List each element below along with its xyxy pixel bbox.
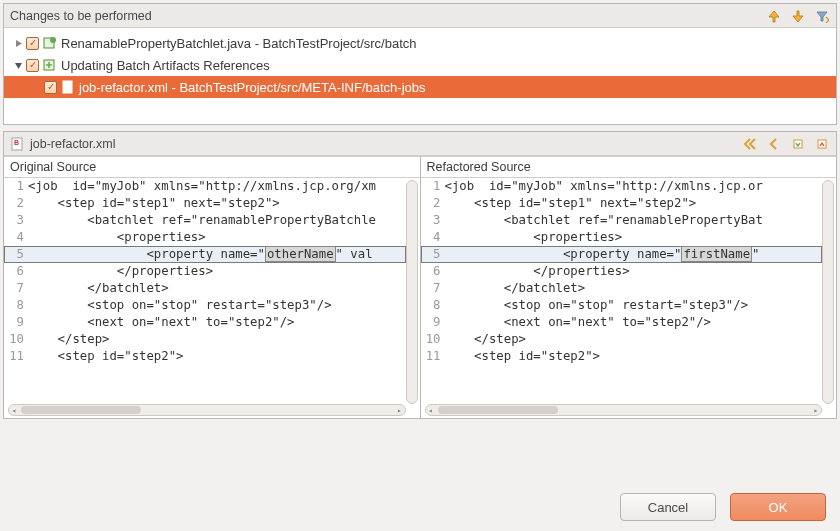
diff-highlight: otherName <box>265 246 336 262</box>
compare-header: B job-refactor.xml <box>4 132 836 156</box>
compare-prev-diff-icon[interactable] <box>814 136 830 152</box>
code-line: 1<job id="myJob" xmlns="http://xmlns.jcp… <box>421 178 823 195</box>
tree-row[interactable]: job-refactor.xml - BatchTestProject/src/… <box>4 76 836 98</box>
line-number: 2 <box>4 195 24 212</box>
compare-body: Original Source 1<job id="myJob" xmlns="… <box>4 156 836 418</box>
line-number: 7 <box>4 280 24 297</box>
code-line: 11 <step id="step2"> <box>421 348 823 365</box>
line-number: 11 <box>4 348 24 365</box>
xml-file-icon <box>60 79 76 95</box>
ok-button[interactable]: OK <box>730 493 826 521</box>
line-number: 1 <box>4 178 24 195</box>
tree-spacer <box>31 82 41 92</box>
code-line: 8 <stop on="stop" restart="step3"/> <box>421 297 823 314</box>
code-line: 11 <step id="step2"> <box>4 348 406 365</box>
scrollbar-thumb[interactable] <box>438 406 558 414</box>
tree-expander-icon[interactable] <box>13 38 23 48</box>
refactored-code[interactable]: 1<job id="myJob" xmlns="http://xmlns.jcp… <box>421 178 837 418</box>
diff-highlight: firstName <box>681 246 752 262</box>
compare-panel: B job-refactor.xml Original Source 1<job… <box>3 131 837 419</box>
filter-changes-icon[interactable] <box>814 8 830 24</box>
tree-item-label: Updating Batch Artifacts References <box>61 58 270 73</box>
code-line: 6 </properties> <box>4 263 406 280</box>
line-number: 5 <box>421 246 441 263</box>
copy-left-icon[interactable] <box>766 136 782 152</box>
line-number: 9 <box>4 314 24 331</box>
compare-next-diff-icon[interactable] <box>790 136 806 152</box>
code-line: 2 <step id="step1" next="step2"> <box>4 195 406 212</box>
vertical-scrollbar[interactable] <box>406 180 418 404</box>
prev-change-icon[interactable] <box>790 8 806 24</box>
changes-tree[interactable]: RenamablePropertyBatchlet.java - BatchTe… <box>4 28 836 102</box>
horizontal-scrollbar[interactable]: ◂▸ <box>8 404 406 416</box>
changes-panel: Changes to be performed RenamablePropert… <box>3 3 837 125</box>
line-number: 10 <box>421 331 441 348</box>
line-number: 4 <box>4 229 24 246</box>
tree-expander-icon[interactable] <box>13 60 23 70</box>
refs-change-icon <box>42 57 58 73</box>
next-change-icon[interactable] <box>766 8 782 24</box>
cancel-button[interactable]: Cancel <box>620 493 716 521</box>
refactored-source-title: Refactored Source <box>421 157 837 178</box>
scrollbar-thumb[interactable] <box>21 406 141 414</box>
line-number: 3 <box>421 212 441 229</box>
tree-row[interactable]: Updating Batch Artifacts References <box>4 54 836 76</box>
line-number: 8 <box>421 297 441 314</box>
code-line: 8 <stop on="stop" restart="step3"/> <box>4 297 406 314</box>
refactored-source-pane: Refactored Source 1<job id="myJob" xmlns… <box>420 156 837 418</box>
java-change-icon <box>42 35 58 51</box>
code-line: 1<job id="myJob" xmlns="http://xmlns.jcp… <box>4 178 406 195</box>
svg-text:B: B <box>14 139 19 146</box>
line-number: 7 <box>421 280 441 297</box>
line-number: 6 <box>4 263 24 280</box>
code-line: 9 <next on="next" to="step2"/> <box>4 314 406 331</box>
code-line: 5 <property name="otherName" val <box>4 246 406 263</box>
vertical-scrollbar[interactable] <box>822 180 834 404</box>
code-line: 4 <properties> <box>421 229 823 246</box>
code-line: 10 </step> <box>4 331 406 348</box>
dialog-buttons: Cancel OK <box>620 493 826 521</box>
line-number: 5 <box>4 246 24 263</box>
changes-title: Changes to be performed <box>10 9 766 23</box>
copy-all-left-icon[interactable] <box>742 136 758 152</box>
line-number: 2 <box>421 195 441 212</box>
line-number: 9 <box>421 314 441 331</box>
code-line: 9 <next on="next" to="step2"/> <box>421 314 823 331</box>
original-source-pane: Original Source 1<job id="myJob" xmlns="… <box>4 156 420 418</box>
horizontal-scrollbar[interactable]: ◂▸ <box>425 404 823 416</box>
original-code[interactable]: 1<job id="myJob" xmlns="http://xmlns.jcp… <box>4 178 420 418</box>
code-line: 10 </step> <box>421 331 823 348</box>
line-number: 4 <box>421 229 441 246</box>
tree-checkbox[interactable] <box>44 81 57 94</box>
changes-header: Changes to be performed <box>4 4 836 28</box>
tree-item-label: RenamablePropertyBatchlet.java - BatchTe… <box>61 36 417 51</box>
svg-point-1 <box>50 37 56 43</box>
line-number: 3 <box>4 212 24 229</box>
code-line: 2 <step id="step1" next="step2"> <box>421 195 823 212</box>
tree-checkbox[interactable] <box>26 59 39 72</box>
line-number: 11 <box>421 348 441 365</box>
code-line: 5 <property name="firstName" <box>421 246 823 263</box>
code-line: 4 <properties> <box>4 229 406 246</box>
code-line: 3 <batchlet ref="renamablePropertyBat <box>421 212 823 229</box>
line-number: 1 <box>421 178 441 195</box>
line-number: 8 <box>4 297 24 314</box>
file-badge-icon: B <box>10 136 26 152</box>
line-number: 10 <box>4 331 24 348</box>
tree-checkbox[interactable] <box>26 37 39 50</box>
tree-row[interactable]: RenamablePropertyBatchlet.java - BatchTe… <box>4 32 836 54</box>
tree-item-label: job-refactor.xml - BatchTestProject/src/… <box>79 80 426 95</box>
original-source-title: Original Source <box>4 157 420 178</box>
code-line: 6 </properties> <box>421 263 823 280</box>
code-line: 7 </batchlet> <box>421 280 823 297</box>
code-line: 7 </batchlet> <box>4 280 406 297</box>
line-number: 6 <box>421 263 441 280</box>
code-line: 3 <batchlet ref="renamablePropertyBatchl… <box>4 212 406 229</box>
compare-file-label: job-refactor.xml <box>30 137 115 151</box>
